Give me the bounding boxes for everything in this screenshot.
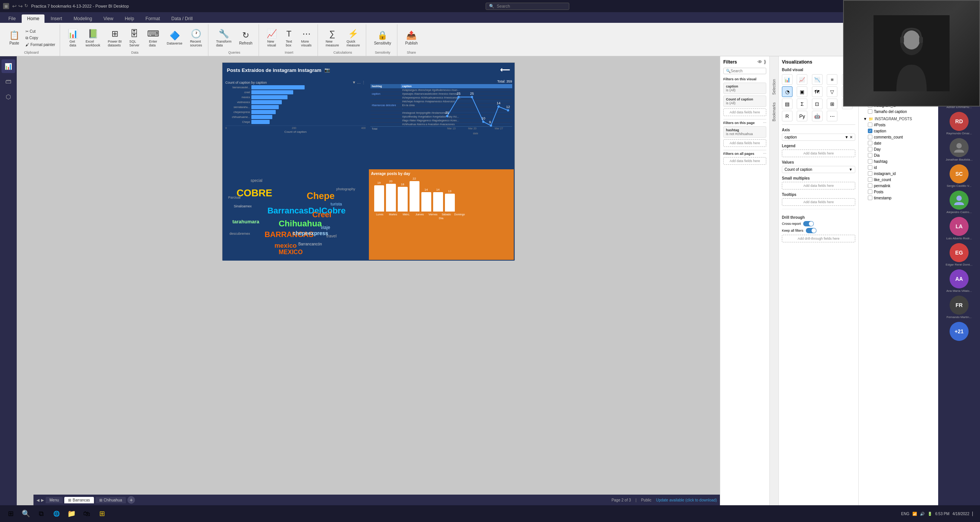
avatar-ac[interactable]: Alejandro Castro... <box>947 191 972 214</box>
field-group-posts-header[interactable]: ▼ 📁 INSTAGRAM_POSTS <box>862 116 935 122</box>
copy-button[interactable]: ⧉ Copy <box>24 35 57 41</box>
field-instagram-id[interactable]: instagram_id <box>862 171 935 177</box>
model-view-icon[interactable]: ⬡ <box>2 90 15 104</box>
avatar-la[interactable]: LA Luis Alberto Rodr... <box>946 217 972 240</box>
tab-home[interactable]: Home <box>22 14 45 23</box>
filter-all-options[interactable]: ⋯ <box>763 152 766 156</box>
add-fields-all-btn[interactable]: Add data fields here <box>723 157 766 165</box>
viz-python[interactable]: Py <box>797 111 807 121</box>
report-view-icon[interactable]: 📊 <box>2 59 15 73</box>
refresh-arrow[interactable]: ↻ <box>24 3 28 9</box>
data-view-icon[interactable]: 🗃 <box>2 75 15 88</box>
bar-chart-menu[interactable]: ▼ … ⋮ <box>352 80 366 85</box>
start-button[interactable]: ⊞ <box>5 508 17 520</box>
show-desktop-button[interactable]: ▏ <box>972 512 975 516</box>
field-num-posts[interactable]: #Posts <box>862 122 935 128</box>
text-box-button[interactable]: T Textbox <box>282 27 297 49</box>
global-search-bar[interactable]: 🔍 Search <box>486 3 569 10</box>
viz-kpi[interactable]: Σ <box>797 99 807 109</box>
viz-treemap[interactable]: ▣ <box>797 86 807 97</box>
viz-funnel[interactable]: ▽ <box>827 86 837 97</box>
viz-map[interactable]: 🗺 <box>812 86 822 97</box>
field-id[interactable]: id <box>862 164 935 171</box>
recent-sources-button[interactable]: 🕐 Recentsources <box>187 27 205 49</box>
tab-menu[interactable]: Menu <box>46 497 63 503</box>
new-measure-button[interactable]: ∑ Newmeasure <box>323 27 342 49</box>
field-day[interactable]: Day <box>862 146 935 152</box>
tab-format[interactable]: Format <box>140 14 165 23</box>
powerbi-taskbar[interactable]: ⊞ <box>96 508 108 520</box>
refresh-button[interactable]: ↻ Refresh <box>236 29 256 47</box>
small-multiples-add-btn[interactable]: Add data fields here <box>782 182 855 190</box>
keep-filters-switch[interactable] <box>806 228 816 233</box>
viz-slicer[interactable]: ⊡ <box>812 99 822 109</box>
store-button[interactable]: 🛍 <box>81 508 93 520</box>
field-timestamp[interactable]: timestamp <box>862 195 935 201</box>
viz-r-visual[interactable]: R <box>782 111 792 121</box>
bookmarks-label[interactable]: Bookmarks <box>772 102 776 121</box>
avatar-jb[interactable]: Jonathan Bautista... <box>946 138 973 161</box>
avatar-plus[interactable]: +21 <box>950 322 969 341</box>
field-dia[interactable]: Dia <box>862 152 935 158</box>
values-field[interactable]: Count of caption ▼ <box>782 166 855 173</box>
dataverse-button[interactable]: 🔷 Dataverse <box>164 29 186 47</box>
viz-area-chart[interactable]: 📉 <box>812 74 822 85</box>
avatar-sc[interactable]: SC Sergio Castillo V... <box>947 164 971 188</box>
back-arrow[interactable]: ↩ <box>12 3 17 9</box>
publish-button[interactable]: 📤 Publish <box>402 29 421 47</box>
legend-add-btn[interactable]: Add data fields here <box>782 150 855 157</box>
viz-ai[interactable]: 🤖 <box>812 111 822 121</box>
enter-data-button[interactable]: ⌨ Enterdata <box>144 27 162 49</box>
tab-nav-prev[interactable]: ◀ <box>37 498 40 502</box>
viz-more[interactable]: ⋯ <box>827 111 837 121</box>
field-permalink[interactable]: permalink <box>862 183 935 189</box>
avatar-aa[interactable]: AA Ana María Villalo... <box>947 269 972 292</box>
taskview-button[interactable]: ⧉ <box>35 508 47 520</box>
tab-view[interactable]: View <box>98 14 119 23</box>
field-date[interactable]: date <box>862 140 935 146</box>
search-taskbar-button[interactable]: 🔍 <box>20 508 32 520</box>
tab-modeling[interactable]: Modeling <box>68 14 97 23</box>
taskbar-volume-icon[interactable]: 🔊 <box>920 512 924 516</box>
tab-data-drill[interactable]: Data / Drill <box>166 14 198 23</box>
drill-through-add-btn[interactable]: Add drill-through fields here <box>782 235 855 243</box>
tab-insert[interactable]: Insert <box>45 14 67 23</box>
excel-button[interactable]: 📗 Excelworkbook <box>83 27 103 49</box>
pbi-datasets-button[interactable]: ⊞ Power BIdatasets <box>105 27 125 49</box>
tab-chihuahua[interactable]: ⊞ Chihuahua <box>95 497 126 503</box>
field-caption-posts[interactable]: ✓ caption <box>862 128 935 134</box>
avatar-eg[interactable]: EG Edgar René Domi... <box>946 243 972 266</box>
viz-bar-chart[interactable]: 📊 <box>782 74 792 85</box>
taskbar-wifi-icon[interactable]: 📶 <box>912 512 917 516</box>
field-tamano-caption[interactable]: Tamaño del caption <box>862 109 935 115</box>
cut-button[interactable]: ✂ Cut <box>24 29 57 34</box>
field-posts[interactable]: Posts <box>862 189 935 195</box>
tab-file[interactable]: File <box>3 14 21 23</box>
add-fields-page-btn[interactable]: Add data fields here <box>723 139 766 147</box>
file-explorer-button[interactable]: 📁 <box>65 508 78 520</box>
field-hashtag[interactable]: hashtag <box>862 158 935 164</box>
new-visual-button[interactable]: 📈 Newvisual <box>264 27 280 49</box>
paste-button[interactable]: 📋 Paste <box>6 29 22 47</box>
filter-page-options[interactable]: ⋯ <box>763 121 766 125</box>
add-page-button[interactable]: + <box>127 496 135 504</box>
avatar-fr[interactable]: FR Fernando Martín... <box>947 295 972 319</box>
viz-pie-chart[interactable]: ◔ <box>782 86 792 97</box>
sql-server-button[interactable]: 🗄 SQLServer <box>126 27 143 49</box>
transform-data-button[interactable]: 🔧 Transformdata <box>213 27 235 49</box>
tab-barrancas[interactable]: ⊞ Barrancas <box>64 497 94 503</box>
tab-nav-next[interactable]: ▶ <box>41 498 44 502</box>
edge-button[interactable]: 🌐 <box>50 508 62 520</box>
quick-measure-button[interactable]: ⚡ Quickmeasure <box>344 27 363 49</box>
tooltips-add-btn[interactable]: Add data fields here <box>782 198 855 206</box>
axis-field[interactable]: caption ▼ ✕ <box>782 134 855 141</box>
avatar-rd[interactable]: RD Raymundo Omar... <box>946 112 972 135</box>
field-comments-count[interactable]: comments_count <box>862 134 935 140</box>
sensitivity-button[interactable]: 🔒 Sensitivity <box>371 29 394 47</box>
nav-arrows[interactable]: ↩ ↪ ↻ <box>12 3 28 9</box>
format-painter-button[interactable]: 🖌 Format painter <box>24 42 57 48</box>
more-visuals-button[interactable]: ⋯ Morevisuals <box>298 27 315 49</box>
field-like-count[interactable]: like_count <box>862 177 935 183</box>
selection-label[interactable]: Selection <box>772 79 776 95</box>
filters-search-input[interactable] <box>730 69 761 73</box>
